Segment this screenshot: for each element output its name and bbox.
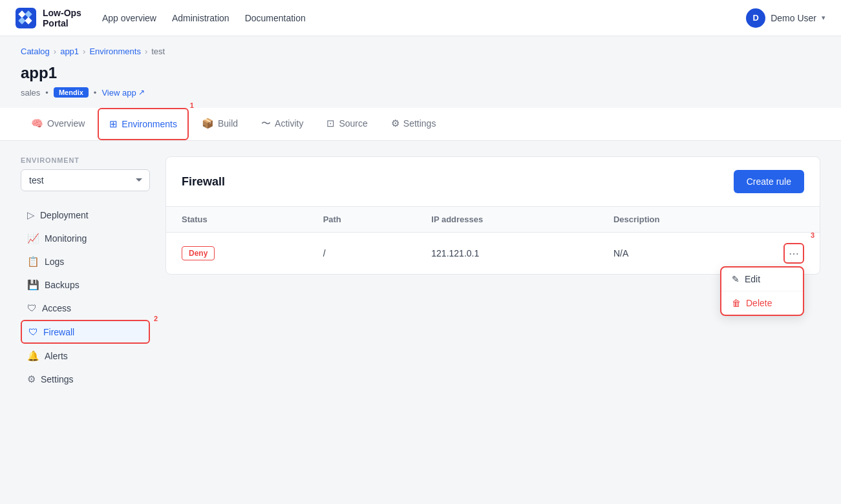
user-avatar: D [746,8,765,28]
meta-prefix: sales [21,88,40,98]
sidebar-item-settings[interactable]: ⚙ Settings [21,368,150,390]
edit-action[interactable]: ✎ Edit [721,268,803,291]
page-header: app1 sales • Mendix • View app ↗ [0,61,841,108]
cell-status: Deny [166,233,308,275]
delete-action[interactable]: 🗑 Delete [721,291,803,315]
breadcrumb-current: test [151,47,165,56]
sidebar-item-deployment[interactable]: ▷ Deployment [21,204,150,226]
firewall-icon: 🛡 [28,326,38,337]
tab-overview[interactable]: 🧠 Overview [21,109,95,140]
logo-icon [16,8,36,28]
nav-administration[interactable]: Administration [172,10,229,26]
sidebar-nav: ▷ Deployment 📈 Monitoring 📋 Logs 💾 Backu… [21,204,150,390]
access-icon: 🛡 [27,302,37,313]
annotation-2: 2 [154,315,158,322]
main-content: Firewall Create rule Status Path IP addr… [165,156,820,390]
cell-path: / [308,233,416,275]
tab-source[interactable]: ⊡ Source [316,109,378,140]
content-area: ENVIRONMENT test ▷ Deployment 📈 Monitori… [0,141,841,406]
page-title: app1 [21,64,820,82]
logo: Low-Ops Portal [16,8,81,28]
sidebar-item-alerts[interactable]: 🔔 Alerts [21,345,150,367]
settings-tab-icon: ⚙ [391,118,399,129]
card-title: Firewall [182,175,225,189]
actions-dropdown: ✎ Edit 🗑 Delete [720,266,804,316]
tab-build[interactable]: 📦 Build [191,109,248,140]
cell-actions: 3 ⋯ ✎ Edit 🗑 [768,233,820,275]
card-header: Firewall Create rule [166,157,820,207]
firewall-card: Firewall Create rule Status Path IP addr… [165,156,820,275]
nav-app-overview[interactable]: App overview [102,10,156,26]
more-options-button[interactable]: ⋯ [783,243,804,264]
breadcrumb-catalog[interactable]: Catalog [21,47,50,56]
sidebar-item-backups[interactable]: 💾 Backups [21,274,150,296]
sidebar-item-logs[interactable]: 📋 Logs [21,251,150,273]
breadcrumb-sep-1: › [54,47,56,56]
col-description: Description [598,207,768,233]
breadcrumb-app1[interactable]: app1 [60,47,79,56]
page-meta: sales • Mendix • View app ↗ [21,87,820,98]
user-menu[interactable]: D Demo User ▾ [746,8,825,28]
edit-icon: ✎ [732,274,740,284]
status-badge: Deny [182,246,215,260]
mendix-badge: Mendix [54,87,89,98]
deployment-icon: ▷ [27,209,35,221]
logo-text: Low-Ops Portal [43,8,81,28]
table-row: Deny / 121.121.0.1 N/A 3 ⋯ [166,233,820,275]
col-actions [768,207,820,233]
monitoring-icon: 📈 [27,233,39,244]
build-icon: 📦 [202,118,214,129]
activity-icon: 〜 [261,118,271,130]
env-label: ENVIRONMENT [21,156,150,164]
breadcrumb: Catalog › app1 › Environments › test [0,36,841,61]
breadcrumb-sep-2: › [83,47,85,56]
firewall-table: Status Path IP addresses Description Den… [166,207,820,274]
breadcrumb-sep-3: › [145,47,147,56]
environments-icon: ⊞ [109,118,118,130]
tab-activity[interactable]: 〜 Activity [251,109,314,140]
settings-sidebar-icon: ⚙ [27,373,36,385]
sidebar-item-access[interactable]: 🛡 Access [21,297,150,319]
env-select[interactable]: test [21,169,150,191]
annotation-3: 3 [811,231,814,239]
chevron-down-icon: ▾ [822,14,825,22]
svg-rect-0 [16,8,36,28]
source-icon: ⊡ [326,118,335,129]
logs-icon: 📋 [27,256,39,268]
nav-documentation[interactable]: Documentation [245,10,306,26]
external-link-icon: ↗ [138,88,145,97]
breadcrumb-environments[interactable]: Environments [89,47,140,56]
backups-icon: 💾 [27,279,39,291]
tabs-bar: 🧠 Overview 1 ⊞ Environments 📦 Build 〜 Ac… [0,108,841,141]
create-rule-button[interactable]: Create rule [734,170,804,193]
main-nav: App overview Administration Documentatio… [102,10,746,26]
annotation-1: 1 [190,101,194,109]
col-status: Status [166,207,308,233]
overview-icon: 🧠 [31,118,43,129]
sidebar-item-monitoring[interactable]: 📈 Monitoring [21,227,150,249]
tab-settings[interactable]: ⚙ Settings [381,109,447,140]
cell-ip: 121.121.0.1 [416,233,598,275]
view-app-link[interactable]: View app ↗ [101,88,144,98]
user-name: Demo User [771,13,816,23]
meta-dot: • [45,88,48,98]
sidebar-item-firewall[interactable]: 🛡 Firewall [21,320,150,344]
meta-dot-2: • [94,88,97,98]
col-ip: IP addresses [416,207,598,233]
sidebar: ENVIRONMENT test ▷ Deployment 📈 Monitori… [21,156,150,390]
alerts-icon: 🔔 [27,350,39,362]
row-actions: 3 ⋯ ✎ Edit 🗑 [783,243,804,264]
tab-environments[interactable]: ⊞ Environments [98,108,189,140]
col-path: Path [308,207,416,233]
delete-icon: 🗑 [732,298,741,308]
